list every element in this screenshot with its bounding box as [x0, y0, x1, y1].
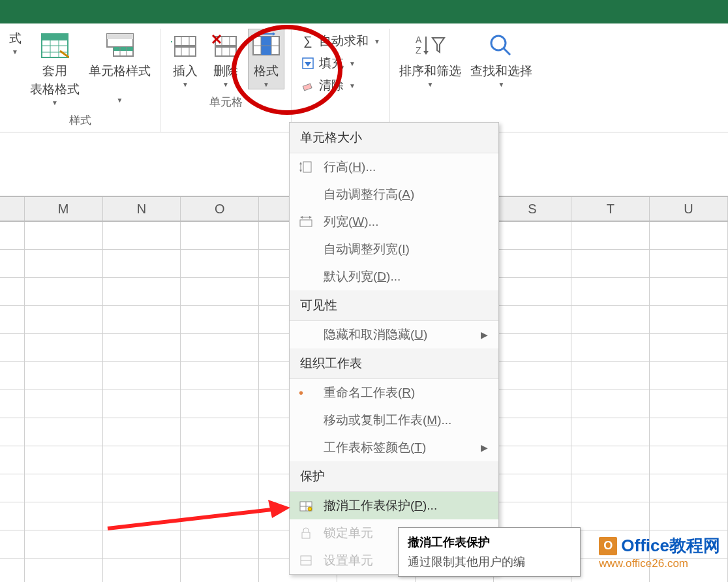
ribbon: 式 ▼ 套用 表格格式 ▼ 单元格样式 ▼ 样式: [0, 23, 728, 132]
svg-rect-7: [107, 34, 133, 39]
format-dropdown-menu: 单元格大小 行高(H)... 自动调整行高(A) 列宽(W)... 自动调整列宽…: [289, 122, 499, 575]
eraser-icon: [301, 78, 315, 93]
ribbon-group-editing-small: ∑ 自动求和 ▼ 填充 ▼ 清除 ▼: [292, 29, 390, 132]
format-cells-icon: [297, 553, 314, 568]
insert-icon: [170, 30, 201, 61]
table-format-icon: [39, 30, 70, 61]
menu-rename-sheet[interactable]: 重命名工作表(R): [290, 379, 498, 406]
svg-marker-37: [423, 51, 429, 55]
group-label-styles: 样式: [69, 113, 91, 128]
dropdown-icon: ▼: [349, 60, 356, 67]
svg-rect-44: [300, 220, 312, 226]
svg-line-39: [504, 48, 510, 55]
dropdown-icon: ▼: [12, 48, 18, 55]
autosum-button[interactable]: ∑ 自动求和 ▼: [298, 31, 383, 51]
title-bar: [0, 0, 728, 23]
col-header[interactable]: O: [181, 197, 259, 221]
partial-button[interactable]: 式 ▼: [7, 29, 23, 57]
menu-header-visibility: 可见性: [290, 290, 498, 321]
svg-point-51: [308, 507, 312, 511]
lock-icon: [297, 526, 314, 540]
format-icon: [250, 30, 282, 61]
menu-unprotect-sheet[interactable]: 撤消工作表保护(P)...: [290, 492, 498, 519]
menu-autofit-col[interactable]: 自动调整列宽(I): [290, 236, 498, 263]
search-icon: [485, 30, 517, 61]
menu-header-organize: 组织工作表: [290, 348, 498, 379]
dropdown-icon: ▼: [349, 82, 356, 89]
office-logo-icon: O: [599, 537, 617, 555]
menu-hide-unhide[interactable]: 隐藏和取消隐藏(U) ▶: [290, 321, 498, 348]
svg-text:A: A: [416, 35, 422, 45]
col-header[interactable]: T: [571, 197, 650, 221]
menu-header-cellsize: 单元格大小: [290, 123, 498, 153]
insert-button[interactable]: 插入 ▼: [167, 29, 204, 89]
ribbon-group-styles: 式 ▼ 套用 表格格式 ▼ 单元格样式 ▼ 样式: [0, 29, 160, 132]
svg-rect-9: [114, 47, 133, 51]
col-header[interactable]: U: [650, 197, 728, 221]
fill-button[interactable]: 填充 ▼: [298, 54, 383, 73]
fill-down-icon: [301, 56, 315, 70]
dropdown-icon: ▼: [222, 81, 229, 88]
menu-header-protect: 保护: [290, 461, 498, 492]
svg-marker-43: [299, 170, 302, 172]
menu-autofit-row[interactable]: 自动调整行高(A): [290, 181, 498, 208]
svg-rect-33: [303, 84, 312, 91]
submenu-arrow-icon: ▶: [481, 329, 488, 340]
dropdown-icon: ▼: [374, 38, 380, 45]
tooltip: 撤消工作表保护 通过限制其他用户的编: [398, 527, 581, 577]
menu-col-width[interactable]: 列宽(W)...: [290, 208, 498, 236]
col-width-icon: [297, 215, 314, 229]
tooltip-body: 通过限制其他用户的编: [408, 554, 571, 570]
format-as-table-button[interactable]: 套用 表格格式 ▼: [27, 29, 82, 108]
row-height-icon: [297, 160, 314, 174]
svg-marker-30: [273, 32, 275, 36]
unprotect-icon: [297, 498, 314, 513]
dropdown-icon: ▼: [52, 99, 58, 106]
sort-filter-icon: AZ: [414, 30, 446, 61]
svg-marker-29: [257, 32, 260, 36]
svg-rect-40: [303, 162, 311, 172]
svg-marker-46: [300, 216, 303, 219]
dropdown-icon: ▼: [263, 81, 269, 88]
col-header[interactable]: M: [25, 197, 103, 221]
svg-text:Z: Z: [416, 45, 421, 55]
col-header[interactable]: N: [103, 197, 181, 221]
menu-default-width[interactable]: 默认列宽(D)...: [290, 263, 498, 290]
find-select-button[interactable]: 查找和选择 ▼: [468, 29, 535, 89]
cell-styles-button[interactable]: 单元格样式 ▼: [86, 29, 153, 105]
sort-filter-button[interactable]: AZ 排序和筛选 ▼: [397, 29, 464, 89]
svg-rect-52: [302, 532, 310, 538]
group-label-cells: 单元格: [209, 95, 243, 110]
tooltip-title: 撤消工作表保护: [408, 534, 571, 550]
watermark: O Office教程网 www.office26.com: [599, 534, 720, 570]
dropdown-icon: ▼: [182, 81, 189, 88]
svg-rect-18: [215, 47, 236, 56]
sigma-icon: ∑: [301, 34, 315, 48]
svg-marker-47: [309, 216, 312, 219]
svg-rect-13: [175, 47, 196, 56]
delete-icon: [210, 30, 241, 61]
format-button[interactable]: 格式 ▼: [248, 29, 284, 89]
col-header[interactable]: S: [494, 197, 572, 221]
dropdown-icon: ▼: [498, 81, 504, 88]
svg-marker-42: [299, 162, 302, 164]
svg-rect-1: [42, 34, 68, 40]
delete-button[interactable]: 删除 ▼: [207, 29, 244, 89]
svg-point-38: [491, 36, 506, 50]
submenu-arrow-icon: ▶: [481, 442, 488, 453]
menu-row-height[interactable]: 行高(H)...: [290, 153, 498, 181]
ribbon-group-editing-big: AZ 排序和筛选 ▼ 查找和选择 ▼: [390, 29, 541, 132]
menu-move-copy-sheet[interactable]: 移动或复制工作表(M)...: [290, 406, 498, 434]
clear-button[interactable]: 清除 ▼: [298, 76, 383, 95]
menu-tab-color[interactable]: 工作表标签颜色(T) ▶: [290, 434, 498, 461]
dropdown-icon: ▼: [427, 81, 433, 88]
svg-rect-12: [175, 37, 196, 46]
cell-styles-icon: [104, 30, 136, 61]
dropdown-icon: ▼: [117, 97, 123, 104]
ribbon-group-cells: 插入 ▼ 删除 ▼ 格式 ▼ 单元格: [160, 29, 292, 132]
